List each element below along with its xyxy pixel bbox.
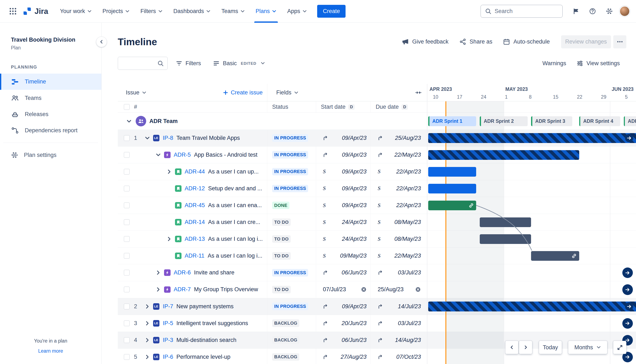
row-checkbox[interactable] [124, 320, 130, 326]
expand-toggle[interactable] [155, 270, 162, 276]
help-button[interactable] [586, 5, 599, 18]
due-date-cell[interactable]: S08/May/23 [370, 214, 427, 230]
row-checkbox[interactable] [124, 186, 130, 191]
status-lozenge[interactable]: IN PROGRESS [272, 302, 308, 310]
sprint-lozenge[interactable]: ADR Sprint 4 [579, 116, 620, 126]
issue-key-link[interactable]: ADR-11 [185, 252, 204, 259]
nav-item-dashboards[interactable]: Dashboards [168, 0, 216, 23]
start-date-cell[interactable]: 06/Jun/23 [316, 332, 371, 348]
announcements-button[interactable] [570, 5, 582, 18]
start-date-cell[interactable]: 09/Apr/23 [316, 298, 371, 315]
issue-key-link[interactable]: IP-5 [163, 320, 173, 326]
gantt-bar[interactable] [480, 234, 531, 244]
status-lozenge[interactable]: BACKLOG [272, 353, 299, 361]
row-checkbox[interactable] [124, 337, 130, 343]
today-button[interactable]: Today [539, 341, 562, 354]
start-date-cell[interactable]: 27/Aug/23 [316, 349, 371, 364]
row-checkbox[interactable] [124, 152, 130, 158]
row-checkbox[interactable] [124, 236, 130, 242]
sidebar-item-dependencies-report[interactable]: Dependencies report [0, 122, 101, 138]
select-all-checkbox[interactable] [124, 104, 130, 110]
issue-key-link[interactable]: ADR-13 [185, 236, 205, 242]
start-date-cell[interactable]: S09/May/23 [316, 248, 371, 264]
offscreen-bar-button[interactable] [622, 318, 633, 329]
issue-key-link[interactable]: ADR-14 [185, 219, 205, 226]
sprint-lozenge[interactable]: ADR Sprint 2 [480, 116, 528, 126]
row-checkbox[interactable] [124, 253, 130, 259]
due-date-cell[interactable]: 14/Aug/23 [370, 332, 427, 348]
issue-key-link[interactable]: ADR-45 [185, 202, 205, 208]
expand-toggle[interactable] [144, 354, 150, 360]
due-date-cell[interactable]: 25/Aug/23 [370, 281, 427, 298]
start-date-cell[interactable]: S24/Apr/23 [316, 231, 371, 247]
bar-continues-arrow[interactable] [625, 302, 633, 310]
nav-item-apps[interactable]: Apps [282, 0, 312, 23]
status-lozenge[interactable]: DONE [272, 202, 290, 209]
sidebar-item-plan-settings[interactable]: Plan settings [0, 147, 101, 163]
fullscreen-button[interactable] [613, 341, 626, 354]
review-changes-button[interactable]: Review changes [561, 35, 611, 48]
user-avatar[interactable] [620, 6, 630, 16]
nav-item-filters[interactable]: Filters [135, 0, 168, 23]
issue-key-link[interactable]: ADR-6 [174, 269, 191, 276]
gantt-bar[interactable] [531, 251, 579, 261]
give-feedback-button[interactable]: Give feedback [398, 35, 452, 48]
status-lozenge[interactable]: BACKLOG [272, 320, 299, 327]
global-search-input[interactable] [495, 8, 558, 14]
row-checkbox[interactable] [124, 219, 130, 225]
view-select-button[interactable]: Basic EDITED [209, 57, 270, 70]
due-date-cell[interactable]: 25/Aug/23 [370, 130, 427, 146]
timeline-search-input[interactable] [122, 60, 157, 67]
issue-key-link[interactable]: IP-8 [163, 135, 173, 141]
nav-item-plans[interactable]: Plans [250, 0, 282, 23]
status-lozenge[interactable]: TO DO [272, 218, 291, 226]
create-issue-button[interactable]: Create issue [223, 89, 263, 96]
row-checkbox[interactable] [124, 202, 130, 208]
issue-key-link[interactable]: ADR-12 [185, 185, 205, 192]
status-lozenge[interactable]: IN PROGRESS [272, 269, 308, 276]
gantt-bar[interactable] [428, 200, 476, 210]
gantt-bar[interactable] [428, 133, 636, 143]
more-actions-button[interactable] [613, 35, 626, 48]
gantt-bar[interactable] [428, 302, 636, 311]
start-date-cell[interactable]: S09/Apr/23 [316, 180, 371, 197]
due-date-cell[interactable]: S22/Apr/23 [370, 164, 427, 180]
row-checkbox[interactable] [124, 354, 130, 360]
expand-toggle[interactable] [155, 286, 162, 292]
status-lozenge[interactable]: BACKLOG [272, 336, 299, 344]
issue-key-link[interactable]: IP-3 [163, 337, 173, 344]
due-date-cell[interactable]: 07/Oct/23 [370, 349, 427, 364]
status-lozenge[interactable]: IN PROGRESS [272, 134, 308, 142]
sprint-lozenge[interactable]: ADR Sprint 3 [531, 116, 572, 126]
sidebar-item-releases[interactable]: Releases [0, 106, 101, 122]
auto-schedule-button[interactable]: Auto-schedule [499, 35, 554, 48]
sprint-lozenge[interactable]: ADR Sprint 5 [624, 116, 636, 126]
gantt-bar[interactable] [428, 184, 476, 194]
due-date-cell[interactable]: 03/Jul/23 [370, 315, 427, 332]
expand-toggle[interactable] [155, 152, 162, 158]
start-date-cell[interactable]: S09/Apr/23 [316, 197, 371, 214]
sprint-lozenge[interactable]: ADR Sprint 1 [428, 116, 476, 126]
start-date-cell[interactable]: 09/Apr/23 [316, 130, 371, 146]
expand-toggle[interactable] [126, 118, 132, 124]
due-date-cell[interactable]: S08/May/23 [370, 231, 427, 247]
issue-key-link[interactable]: ADR-5 [174, 152, 191, 158]
sidebar-item-teams[interactable]: Teams [0, 90, 101, 106]
bar-continues-arrow[interactable] [625, 134, 633, 142]
expand-toggle[interactable] [144, 304, 150, 309]
row-checkbox[interactable] [124, 304, 130, 309]
zoom-level-select[interactable]: Months [568, 341, 607, 354]
timeline-search[interactable] [118, 57, 168, 70]
gantt-bar[interactable] [480, 218, 531, 227]
global-search[interactable] [480, 5, 562, 18]
scroll-left-button[interactable] [506, 341, 518, 354]
fields-column-header[interactable]: Fields [276, 89, 299, 96]
jira-logo[interactable]: Jira [23, 7, 48, 16]
expand-toggle[interactable] [144, 337, 150, 343]
start-date-cell[interactable]: 06/Jun/23 [316, 264, 371, 281]
start-date-cell[interactable]: S24/Apr/23 [316, 214, 371, 230]
issue-key-link[interactable]: IP-6 [163, 354, 173, 360]
start-date-cell[interactable]: 20/Jun/23 [316, 315, 371, 332]
due-date-cell[interactable]: S22/May/23 [370, 248, 427, 264]
view-settings-button[interactable]: View settings [573, 57, 624, 70]
